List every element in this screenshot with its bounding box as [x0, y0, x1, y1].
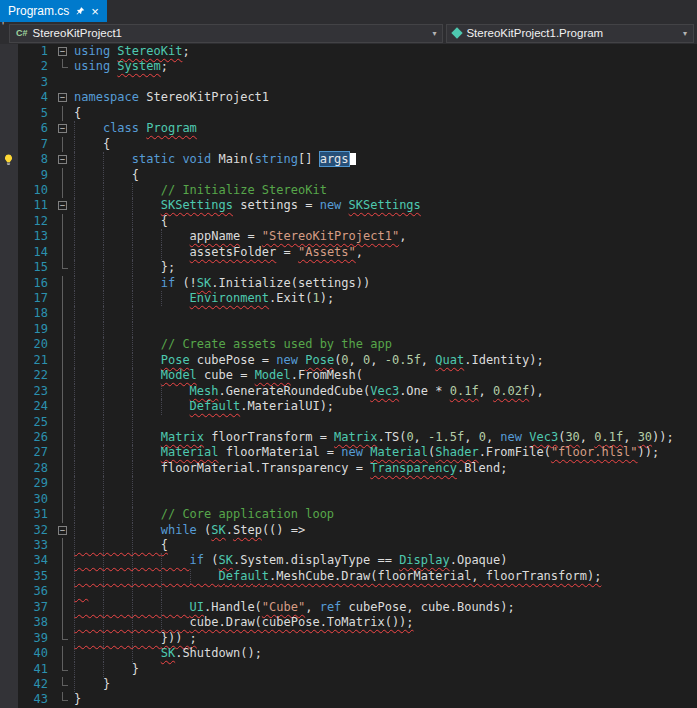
- breakpoint-margin-cell[interactable]: [0, 214, 18, 229]
- breakpoint-margin-cell[interactable]: [0, 198, 18, 213]
- breakpoint-margin-cell[interactable]: [0, 538, 18, 553]
- code-line-text[interactable]: assetsFolder = "Assets",: [71, 245, 697, 260]
- breakpoint-margin-cell[interactable]: [0, 445, 18, 460]
- breakpoint-margin-cell[interactable]: [0, 137, 18, 152]
- fold-collapse-icon[interactable]: −: [58, 93, 67, 102]
- code-line-text[interactable]: }: [71, 662, 697, 677]
- breakpoint-margin-cell[interactable]: [0, 677, 18, 692]
- breakpoint-margin-cell[interactable]: [0, 368, 18, 383]
- breakpoint-margin-cell[interactable]: [0, 600, 18, 615]
- code-line-text[interactable]: };: [71, 260, 697, 275]
- breakpoint-margin-cell[interactable]: [0, 306, 18, 321]
- code-line-text[interactable]: Matrix floorTransform = Matrix.TS(0, -1.…: [71, 430, 697, 445]
- breakpoint-margin-cell[interactable]: [0, 662, 18, 677]
- breakpoint-margin-cell[interactable]: [0, 44, 18, 59]
- breakpoint-margin-cell[interactable]: [0, 523, 18, 538]
- breakpoint-margin-cell[interactable]: [0, 152, 18, 167]
- code-line-text[interactable]: Mesh.GenerateRoundedCube(Vec3.One * 0.1f…: [71, 384, 697, 399]
- breakpoint-margin-cell[interactable]: [0, 476, 18, 491]
- code-line-text[interactable]: }: [71, 677, 697, 692]
- fold-collapse-icon[interactable]: −: [58, 124, 67, 133]
- lightbulb-icon[interactable]: [2, 153, 15, 167]
- code-line-text[interactable]: })) ;: [71, 631, 697, 646]
- breakpoint-margin-cell[interactable]: [0, 291, 18, 306]
- breakpoint-margin-cell[interactable]: [0, 631, 18, 646]
- breakpoint-margin-cell[interactable]: [0, 415, 18, 430]
- code-line-text[interactable]: floorMaterial.Transparency = Transparenc…: [71, 461, 697, 476]
- code-line-text[interactable]: namespace StereoKitProject1: [71, 90, 697, 105]
- code-line-text[interactable]: // Initialize StereoKit: [71, 183, 697, 198]
- breakpoint-margin-cell[interactable]: [0, 90, 18, 105]
- code-line-text[interactable]: [71, 492, 697, 507]
- fold-collapse-icon[interactable]: −: [58, 526, 67, 535]
- code-line-text[interactable]: class Program: [71, 121, 697, 136]
- chevron-down-icon[interactable]: ▾: [683, 29, 687, 38]
- code-line-text[interactable]: [71, 476, 697, 491]
- breakpoint-margin-cell[interactable]: [0, 553, 18, 568]
- breakpoint-margin-cell[interactable]: [0, 646, 18, 661]
- breakpoint-margin-cell[interactable]: [0, 59, 18, 74]
- pin-icon[interactable]: [75, 6, 85, 17]
- breakpoint-margin-cell[interactable]: [0, 507, 18, 522]
- fold-collapse-icon[interactable]: −: [58, 201, 67, 210]
- code-line-text[interactable]: SK.Shutdown();: [71, 646, 697, 661]
- code-line-text[interactable]: [71, 415, 697, 430]
- fold-collapse-icon[interactable]: −: [58, 47, 67, 56]
- chevron-down-icon[interactable]: ▾: [432, 29, 436, 38]
- code-line-text[interactable]: Pose cubePose = new Pose(0, 0, -0.5f, Qu…: [71, 353, 697, 368]
- code-line-text[interactable]: using System;: [71, 59, 697, 74]
- code-line-text[interactable]: Environment.Exit(1);: [71, 291, 697, 306]
- code-line-text[interactable]: Default.MeshCube.Draw(floorMaterial, flo…: [71, 569, 697, 584]
- breakpoint-margin-cell[interactable]: [0, 276, 18, 291]
- code-line-text[interactable]: appName = "StereoKitProject1",: [71, 229, 697, 244]
- code-line-text[interactable]: {: [71, 137, 697, 152]
- breakpoint-margin-cell[interactable]: [0, 492, 18, 507]
- code-line-text[interactable]: while (SK.Step(() =>: [71, 523, 697, 538]
- code-line-text[interactable]: using StereoKit;: [71, 44, 697, 59]
- breakpoint-margin-cell[interactable]: [0, 353, 18, 368]
- code-line-text[interactable]: UI.Handle("Cube", ref cubePose, cube.Bou…: [71, 600, 697, 615]
- breakpoint-margin-cell[interactable]: [0, 260, 18, 275]
- breakpoint-margin-cell[interactable]: [0, 384, 18, 399]
- code-line-text[interactable]: [71, 75, 697, 90]
- code-line-text[interactable]: {: [71, 168, 697, 183]
- code-line-text[interactable]: cube.Draw(cubePose.ToMatrix());: [71, 615, 697, 630]
- code-line-text[interactable]: SKSettings settings = new SKSettings: [71, 198, 697, 213]
- code-line-text[interactable]: // Core application loop: [71, 507, 697, 522]
- code-line-text[interactable]: if (!SK.Initialize(settings)): [71, 276, 697, 291]
- breakpoint-margin-cell[interactable]: [0, 229, 18, 244]
- code-line-text[interactable]: Default.MaterialUI);: [71, 399, 697, 414]
- breakpoint-margin-cell[interactable]: [0, 106, 18, 121]
- breakpoint-margin-cell[interactable]: [0, 461, 18, 476]
- breakpoint-margin-cell[interactable]: [0, 121, 18, 136]
- code-line-text[interactable]: if (SK.System.displayType == Display.Opa…: [71, 553, 697, 568]
- breakpoint-margin-cell[interactable]: [0, 337, 18, 352]
- close-icon[interactable]: ×: [91, 5, 99, 18]
- code-line-text[interactable]: [71, 322, 697, 337]
- breakpoint-margin-cell[interactable]: [0, 75, 18, 90]
- code-line-text[interactable]: {: [71, 106, 697, 121]
- breakpoint-margin-cell[interactable]: [0, 569, 18, 584]
- member-dropdown[interactable]: StereoKitProject1.Program ▾: [446, 24, 694, 43]
- breakpoint-margin-cell[interactable]: [0, 322, 18, 337]
- breakpoint-margin-cell[interactable]: [0, 692, 18, 707]
- breakpoint-margin-cell[interactable]: [0, 168, 18, 183]
- breakpoint-margin-cell[interactable]: [0, 584, 18, 599]
- tab-program-cs[interactable]: Program.cs ×: [0, 0, 107, 22]
- breakpoint-margin-cell[interactable]: [0, 399, 18, 414]
- project-dropdown[interactable]: C# StereoKitProject1 ▾: [9, 24, 443, 43]
- breakpoint-margin-cell[interactable]: [0, 615, 18, 630]
- code-line-text[interactable]: {: [71, 214, 697, 229]
- breakpoint-margin-cell[interactable]: [0, 183, 18, 198]
- code-line-text[interactable]: static void Main(string[] args: [71, 152, 697, 167]
- code-line-text[interactable]: // Create assets used by the app: [71, 337, 697, 352]
- code-line-text[interactable]: Model cube = Model.FromMesh(: [71, 368, 697, 383]
- code-line-text[interactable]: [71, 584, 697, 599]
- fold-collapse-icon[interactable]: −: [58, 155, 67, 164]
- code-line-text[interactable]: Material floorMaterial = new Material(Sh…: [71, 445, 697, 460]
- code-line-text[interactable]: [71, 306, 697, 321]
- breakpoint-margin-cell[interactable]: [0, 430, 18, 445]
- code-line-text[interactable]: }: [71, 692, 697, 707]
- breakpoint-margin-cell[interactable]: [0, 245, 18, 260]
- code-line-text[interactable]: {: [71, 538, 697, 553]
